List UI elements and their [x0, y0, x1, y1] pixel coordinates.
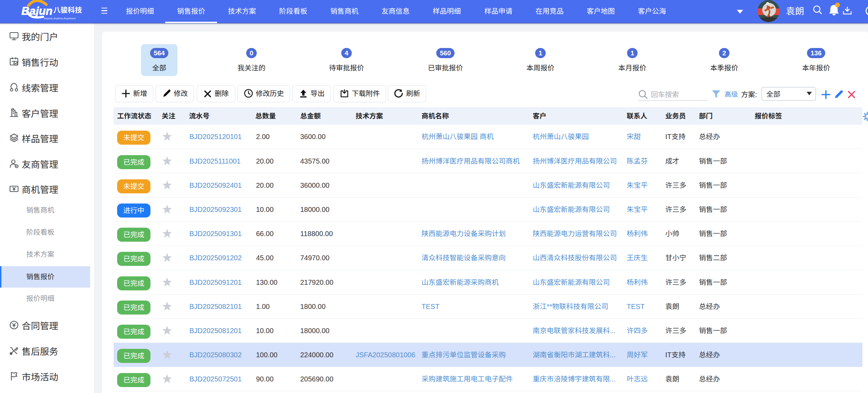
svg-text:Anyone,Anytime,Anywhere!: Anyone,Anytime,Anywhere!: [44, 17, 76, 20]
svg-text:Bajun: Bajun: [21, 5, 53, 17]
svg-text:八骏科技: 八骏科技: [53, 6, 82, 14]
